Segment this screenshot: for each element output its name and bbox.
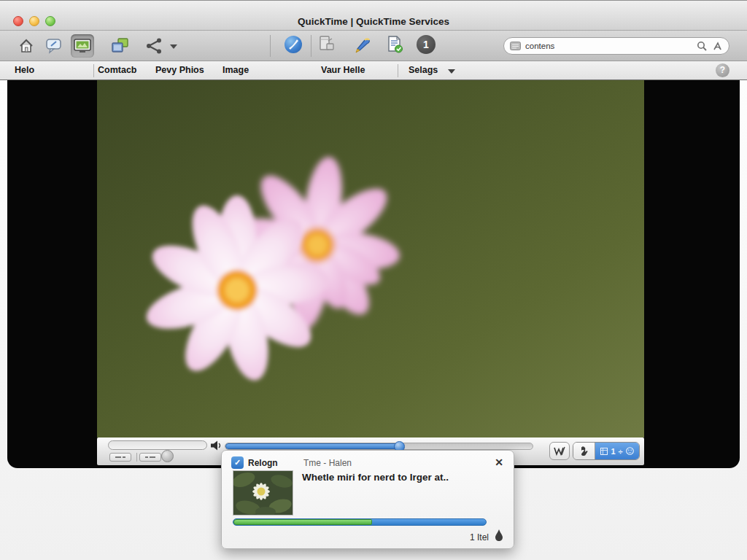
step-forward-button[interactable] xyxy=(139,453,161,462)
menu-bar: Helo Comtacb Pevy Phios Image Vaur Helle… xyxy=(0,61,747,80)
marker-tool-button[interactable] xyxy=(549,442,570,460)
dialog-app-label: Relogn xyxy=(248,458,278,468)
share-icon xyxy=(145,37,164,55)
pen-button[interactable] xyxy=(349,33,373,56)
windows-button[interactable] xyxy=(108,34,131,58)
globe-button[interactable] xyxy=(282,33,305,56)
document-button[interactable] xyxy=(383,33,406,56)
document-check-icon xyxy=(384,34,405,55)
step-back-button[interactable] xyxy=(109,453,131,462)
marker-tool-icon xyxy=(554,446,565,456)
menu-divider xyxy=(398,64,398,77)
pen-icon xyxy=(350,34,372,55)
globe-brush-icon xyxy=(283,34,303,55)
chat-bubble-icon xyxy=(45,38,63,54)
progress-dialog: ✓ Relogn Tme - Halen ✕ xyxy=(221,450,514,549)
home-button[interactable] xyxy=(15,34,38,58)
jog-knob[interactable] xyxy=(161,450,174,462)
count-badge-button[interactable]: 1 xyxy=(414,33,438,56)
menu-item-comtacb[interactable]: Comtacb xyxy=(98,65,136,75)
dialog-thumbnail xyxy=(233,470,293,516)
magnifier-icon[interactable] xyxy=(697,41,708,52)
dialog-progress-bar xyxy=(233,518,487,526)
list-icon xyxy=(510,42,521,50)
search-input[interactable] xyxy=(525,42,692,50)
jog-track[interactable] xyxy=(108,440,207,450)
package-icon xyxy=(317,34,336,55)
zoom-number: 1 xyxy=(611,447,615,456)
dialog-app-icon: ✓ xyxy=(231,456,244,469)
menu-item-vaur-helle[interactable]: Vaur Helle xyxy=(321,65,365,75)
drop-icon xyxy=(495,529,503,541)
chevron-down-icon[interactable] xyxy=(448,69,455,74)
chevron-down-icon[interactable] xyxy=(170,44,177,49)
chat-button[interactable] xyxy=(42,34,66,58)
menu-divider xyxy=(93,64,94,77)
window-title: QuickTime | QuickTime Services xyxy=(0,16,747,27)
dialog-message: Whetle miri for nerd to Irger at.. xyxy=(302,472,499,483)
menu-item-image[interactable]: Image xyxy=(222,65,249,75)
package-button[interactable] xyxy=(315,33,338,56)
menu-item-selags[interactable]: Selags xyxy=(409,65,438,75)
dialog-title: Tme - Halen xyxy=(303,458,352,468)
seek-fill xyxy=(225,443,400,449)
toolbar: Coost Amte 1 xyxy=(0,31,747,61)
zoom-level-button[interactable]: 1 ÷ xyxy=(595,443,639,459)
divide-glyph: ÷ xyxy=(619,447,623,456)
share-button[interactable] xyxy=(143,34,166,58)
dialog-items-count: 1 Itel xyxy=(470,532,489,542)
menu-item-helo[interactable]: Helo xyxy=(15,65,34,75)
search-field[interactable] xyxy=(503,37,729,55)
video-frame[interactable] xyxy=(97,80,644,438)
hand-tool-button[interactable] xyxy=(573,443,595,459)
toolbar-divider xyxy=(270,35,271,57)
menu-item-pevy-phios[interactable]: Pevy Phios xyxy=(155,65,204,75)
zoom-controls: 1 ÷ xyxy=(573,442,640,460)
toolbar-divider xyxy=(311,35,311,57)
home-icon xyxy=(18,38,34,54)
hand-icon xyxy=(579,446,589,456)
face-icon xyxy=(626,447,634,455)
display-icon xyxy=(73,37,92,55)
dialog-progress-fill xyxy=(233,519,372,525)
seek-bar[interactable] xyxy=(225,443,533,450)
close-icon[interactable]: ✕ xyxy=(495,456,503,468)
display-view-button[interactable] xyxy=(71,34,94,58)
title-bar: QuickTime | QuickTime Services xyxy=(0,0,747,31)
badge-count: 1 xyxy=(417,35,436,54)
controls-divider xyxy=(136,453,137,462)
speaker-icon[interactable] xyxy=(211,440,222,451)
frame-icon xyxy=(600,448,608,455)
overlapping-windows-icon xyxy=(110,37,129,55)
quicktime-window: QuickTime | QuickTime Services xyxy=(0,0,747,560)
help-button[interactable]: ? xyxy=(716,63,729,77)
video-stage: 1 ÷ xyxy=(7,80,740,468)
search-options-icon[interactable] xyxy=(712,41,723,52)
